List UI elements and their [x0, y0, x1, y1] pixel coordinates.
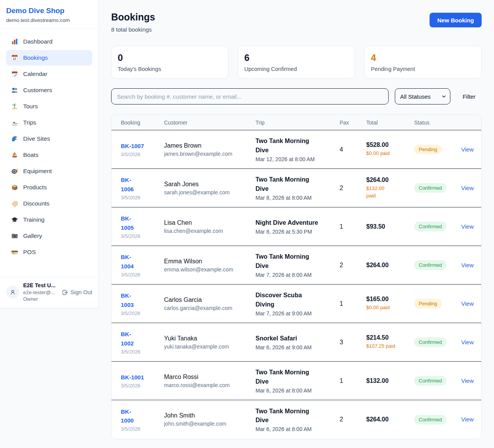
sidebar-item-label: Gallery	[23, 232, 42, 239]
table-row: BK- 1005 3/5/2026 Lisa Chen lisa.chen@ex…	[112, 207, 481, 246]
sidebar-item-label: Discounts	[23, 200, 49, 207]
customer-email: yuki.tanaka@example.com	[164, 344, 255, 350]
total-amount: $165.00	[366, 296, 414, 303]
sidebar-item-bookings[interactable]: 17 Bookings	[6, 50, 92, 66]
trip-name: Two Tank Morning Dive	[255, 407, 340, 424]
booking-id-link[interactable]: BK- 1005	[121, 214, 134, 232]
page-subtitle: 8 total bookings	[111, 26, 155, 33]
customer-name: John Smith	[164, 412, 255, 419]
trip-name: Discover Scuba Diving	[255, 291, 340, 308]
sidebar-item-equipment[interactable]: Equipment	[6, 163, 92, 179]
trip-name: Two Tank Morning Dive	[255, 368, 340, 386]
view-link[interactable]: View	[461, 300, 474, 307]
sidebar-item-dive-sites[interactable]: Dive Sites	[6, 131, 92, 147]
pax-value: 1	[340, 223, 366, 230]
booking-date: 3/5/2026	[121, 272, 164, 278]
search-input[interactable]	[111, 88, 389, 104]
column-header-total: Total	[366, 120, 414, 126]
customer-email: carlos.garcia@example.com	[164, 305, 255, 311]
trip-name: Snorkel Safari	[255, 334, 340, 343]
trip-datetime: Mar 7, 2026 at 8:00 AM	[255, 272, 340, 278]
customer-name: James Brown	[164, 142, 255, 149]
trip-datetime: Mar 12, 2026 at 8:00 AM	[255, 156, 340, 162]
status-filter-select[interactable]: All Statuses	[395, 88, 450, 104]
booking-id-link[interactable]: BK- 1000	[121, 407, 134, 425]
booking-date: 3/5/2026	[121, 233, 164, 239]
user-email: e2e-tester@...	[23, 289, 56, 296]
customer-email: marco.rossi@example.com	[164, 382, 255, 388]
status-badge: Pending	[414, 299, 442, 308]
sidebar-item-label: Boats	[23, 152, 39, 158]
trip-name: Two Tank Morning Dive	[255, 252, 340, 270]
status-badge: Confirmed	[414, 260, 447, 270]
sidebar-item-customers[interactable]: Customers	[6, 83, 92, 98]
booking-id-link[interactable]: BK- 1002	[121, 330, 134, 348]
view-link[interactable]: View	[461, 146, 474, 153]
table-row: BK- 1003 3/5/2026 Carlos Garcia carlos.g…	[112, 285, 481, 323]
sidebar-item-gallery[interactable]: Gallery	[6, 228, 92, 244]
bar-chart-icon	[11, 38, 19, 45]
booking-id-link[interactable]: BK-1007	[121, 141, 144, 150]
booking-id-link[interactable]: BK-1001	[121, 373, 144, 382]
pax-value: 2	[340, 185, 366, 192]
sidebar-item-tours[interactable]: Tours	[6, 99, 92, 114]
island-icon	[11, 103, 19, 110]
people-icon	[11, 86, 19, 94]
paid-amount: $132.00 paid	[366, 185, 414, 200]
trip-datetime: Mar 6, 2026 at 8:00 AM	[255, 387, 340, 394]
new-booking-button[interactable]: New Booking	[430, 13, 482, 27]
sidebar-item-boats[interactable]: Boats	[6, 147, 92, 163]
sidebar-item-dashboard[interactable]: Dashboard	[6, 34, 92, 49]
pax-value: 4	[340, 146, 366, 153]
sidebar-footer: E2E Test U... e2e-tester@... Owner Sign …	[0, 277, 98, 308]
stat-card-upcoming-confirmed: 6 Upcoming Confirmed	[238, 46, 355, 79]
stat-value: 6	[244, 52, 349, 63]
customer-name: Emma Wilson	[164, 258, 255, 265]
credit-card-icon	[11, 248, 19, 256]
sign-out-button[interactable]: Sign Out	[62, 289, 92, 296]
stats-row: 0 Today's Bookings 6 Upcoming Confirmed …	[111, 46, 482, 79]
pax-value: 2	[340, 416, 366, 423]
table-row: BK- 1006 3/5/2026 Sarah Jones sarah.jone…	[112, 169, 481, 207]
view-link[interactable]: View	[461, 223, 474, 230]
sidebar-item-training[interactable]: Training	[6, 212, 92, 227]
sidebar-item-discounts[interactable]: Discounts	[6, 196, 92, 211]
sidebar-nav: Dashboard 17 Bookings Calendar Customers…	[0, 29, 98, 277]
calendar-date-icon: 17	[11, 54, 19, 62]
view-link[interactable]: View	[461, 339, 474, 345]
sidebar-item-label: Dive Sites	[23, 135, 50, 142]
booking-id-link[interactable]: BK- 1003	[121, 291, 134, 309]
status-badge: Confirmed	[414, 376, 447, 386]
customer-email: lisa.chen@example.com	[164, 228, 255, 234]
column-header-customer: Customer	[164, 120, 255, 126]
booking-id-link[interactable]: BK- 1004	[121, 253, 134, 271]
table-row: BK-1001 3/5/2026 Marco Rossi marco.rossi…	[112, 362, 481, 400]
filter-button[interactable]: Filter	[457, 93, 482, 100]
trip-name: Two Tank Morning Dive	[255, 136, 340, 154]
sidebar-item-pos[interactable]: POS	[6, 244, 92, 260]
pax-value: 2	[340, 262, 366, 269]
view-link[interactable]: View	[461, 262, 474, 268]
table-row: BK-1007 3/5/2026 James Brown james.brown…	[112, 130, 481, 169]
sign-out-icon	[62, 289, 68, 296]
brand-domain: demo.test.divestreams.com	[6, 17, 92, 23]
sidebar-item-products[interactable]: Products	[6, 180, 92, 195]
sidebar-item-trips[interactable]: Trips	[6, 115, 92, 130]
pax-value: 1	[340, 300, 366, 307]
page-header: Bookings 8 total bookings New Booking	[111, 12, 482, 33]
page-title: Bookings	[111, 12, 155, 23]
booking-date: 3/5/2026	[121, 383, 164, 389]
view-link[interactable]: View	[461, 185, 474, 191]
sidebar-item-calendar[interactable]: Calendar	[6, 66, 92, 82]
booking-id-link[interactable]: BK- 1006	[121, 175, 134, 194]
status-badge: Confirmed	[414, 183, 447, 193]
trip-datetime: Mar 7, 2026 at 9:00 AM	[255, 310, 340, 317]
view-link[interactable]: View	[461, 416, 474, 423]
stat-label: Today's Bookings	[118, 66, 222, 72]
view-link[interactable]: View	[461, 377, 474, 384]
status-badge: Confirmed	[414, 337, 447, 347]
customer-email: emma.wilson@example.com	[164, 266, 255, 273]
total-amount: $214.50	[366, 334, 414, 341]
customer-name: Lisa Chen	[164, 219, 255, 226]
customer-email: sarah.jones@example.com	[164, 189, 255, 195]
